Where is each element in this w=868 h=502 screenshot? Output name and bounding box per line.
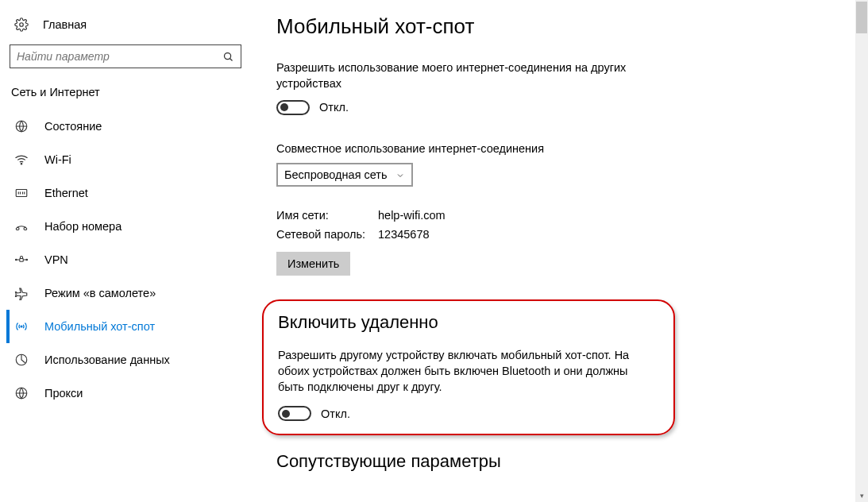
sidebar-item-label: Ethernet — [44, 187, 88, 199]
sidebar-item-label: Состояние — [44, 120, 102, 133]
share-toggle[interactable] — [276, 100, 310, 115]
svg-rect-5 — [20, 259, 24, 262]
vpn-icon — [14, 253, 29, 267]
gear-icon — [14, 17, 29, 32]
share-description: Разрешить использование моего интернет-с… — [276, 60, 642, 92]
svg-point-3 — [21, 164, 22, 165]
hotspot-icon — [14, 319, 29, 334]
svg-point-7 — [26, 259, 28, 261]
sidebar-item-ethernet[interactable]: Ethernet — [6, 176, 246, 210]
sidebar-item-status[interactable]: Состояние — [6, 110, 246, 143]
scrollbar-thumb[interactable] — [856, 2, 867, 33]
sidebar-item-label: Прокси — [44, 387, 83, 400]
nav-list: Состояние Wi-Fi Ethernet Набор номера — [10, 110, 246, 410]
proxy-icon — [14, 386, 29, 400]
sidebar-item-label: Wi-Fi — [44, 153, 71, 166]
edit-button[interactable]: Изменить — [276, 252, 350, 276]
sidebar: Главная Сеть и Интернет Состояние Wi-Fi — [0, 0, 246, 502]
page-title: Мобильный хот-спот — [276, 14, 868, 39]
category-label: Сеть и Интернет — [10, 86, 246, 110]
home-link[interactable]: Главная — [10, 13, 246, 44]
sidebar-item-airplane[interactable]: Режим «в самолете» — [6, 276, 246, 310]
share-toggle-label: Откл. — [319, 101, 349, 114]
sidebar-item-datausage[interactable]: Использование данных — [6, 343, 246, 376]
search-input[interactable] — [10, 44, 241, 68]
remote-title: Включить удаленно — [278, 312, 654, 333]
network-name-label: Имя сети: — [276, 209, 378, 222]
data-usage-icon — [14, 353, 29, 367]
scrollbar[interactable]: ▾ — [855, 0, 868, 502]
select-value: Беспроводная сеть — [284, 168, 388, 181]
sidebar-item-label: Мобильный хот-спот — [44, 320, 155, 333]
network-pass-value: 12345678 — [378, 228, 430, 241]
sidebar-item-dialup[interactable]: Набор номера — [6, 210, 246, 243]
network-pass-label: Сетевой пароль: — [276, 228, 378, 241]
network-name-value: help-wifi.com — [378, 209, 446, 222]
sidebar-item-label: Использование данных — [44, 353, 170, 366]
network-pass-row: Сетевой пароль: 12345678 — [276, 228, 868, 241]
ethernet-icon — [14, 186, 29, 200]
chevron-down-icon — [395, 170, 405, 180]
globe-icon — [14, 119, 29, 133]
sidebar-item-label: VPN — [44, 253, 68, 266]
network-name-row: Имя сети: help-wifi.com — [276, 209, 868, 222]
svg-point-1 — [225, 52, 231, 59]
dialup-icon — [14, 219, 29, 234]
svg-point-8 — [21, 326, 22, 327]
remote-highlight: Включить удаленно Разрешить другому устр… — [262, 299, 675, 436]
search-field[interactable] — [17, 50, 222, 63]
share-from-label: Совместное использование интернет-соедин… — [276, 142, 868, 155]
sidebar-item-vpn[interactable]: VPN — [6, 243, 246, 276]
related-title: Сопутствующие параметры — [276, 451, 868, 472]
share-from-select[interactable]: Беспроводная сеть — [276, 163, 413, 187]
search-icon — [222, 51, 234, 63]
remote-toggle[interactable] — [278, 406, 311, 421]
airplane-icon — [14, 286, 29, 300]
svg-rect-4 — [16, 190, 27, 197]
sidebar-item-proxy[interactable]: Прокси — [6, 376, 246, 410]
home-label: Главная — [43, 18, 87, 31]
sidebar-item-label: Набор номера — [44, 220, 122, 233]
sidebar-item-hotspot[interactable]: Мобильный хот-спот — [6, 310, 246, 343]
main-content: Мобильный хот-спот Разрешить использован… — [246, 0, 868, 502]
remote-toggle-label: Откл. — [321, 407, 350, 420]
remote-description: Разрешить другому устройству включать мо… — [278, 347, 654, 396]
wifi-icon — [14, 153, 29, 167]
svg-point-0 — [20, 23, 24, 27]
svg-point-6 — [16, 259, 17, 261]
sidebar-item-label: Режим «в самолете» — [44, 287, 156, 299]
scrollbar-arrow-down[interactable]: ▾ — [855, 489, 868, 502]
sidebar-item-wifi[interactable]: Wi-Fi — [6, 143, 246, 176]
